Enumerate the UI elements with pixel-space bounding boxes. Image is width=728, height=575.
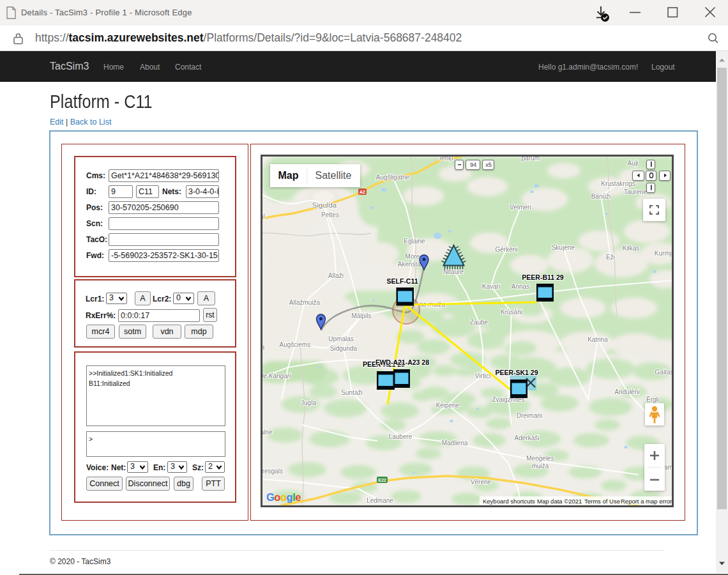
svg-text:A2: A2 (360, 190, 365, 194)
svg-text:Aderkaši: Aderkaši (515, 434, 540, 441)
svg-text:al: al (262, 213, 265, 220)
svg-text:Ledmane: Ledmane (367, 497, 393, 504)
svg-text:More: More (406, 253, 420, 260)
svg-text:Meņģeles: Meņģeles (526, 454, 554, 462)
svg-text:Bānūži: Bānūži (591, 193, 611, 200)
svg-text:Eži: Eži (606, 254, 615, 261)
svg-text:Augšligatne: Augšligatne (376, 174, 410, 181)
svg-text:Velmeri: Velmeri (510, 204, 531, 211)
svg-text:parum: parum (522, 157, 540, 162)
svg-text:Zaube: Zaube (470, 319, 489, 326)
svg-text:Allaži: Allaži (328, 272, 344, 279)
svg-text:Keipene: Keipene (436, 402, 460, 409)
svg-text:ža: ža (262, 344, 265, 351)
svg-text:PEER-B11 29: PEER-B11 29 (522, 273, 564, 281)
svg-text:Madliena: Madliena (442, 440, 468, 447)
svg-text:Jugla: Jugla (301, 399, 316, 406)
svg-text:Ērgli: Ērgli (646, 396, 659, 403)
svg-text:Augšciems: Augšciems (280, 341, 311, 348)
svg-text:Skujene: Skujene (552, 244, 575, 251)
svg-text:Auļi: Auļi (628, 160, 639, 167)
svg-text:Annas: Annas (512, 283, 529, 290)
svg-text:Upmalas: Upmalas (328, 335, 353, 342)
svg-text:Ieriķi: Ieriķi (439, 157, 453, 162)
svg-text:Vērene: Vērene (471, 479, 492, 486)
svg-text:Peltes: Peltes (321, 211, 339, 218)
svg-text:Sigulda: Sigulda (312, 201, 337, 209)
svg-text:E22: E22 (378, 478, 386, 482)
svg-text:94: 94 (469, 162, 476, 168)
svg-text:Krustakrogs: Krustakrogs (601, 180, 635, 187)
svg-text:PEER-SK1 29: PEER-SK1 29 (495, 369, 538, 376)
svg-text:Laubere: Laubere (389, 433, 413, 440)
svg-text:Gērkēni: Gērkēni (495, 246, 517, 253)
svg-text:hle Kangari: hle Kangari (262, 372, 291, 379)
svg-text:Virtici: Virtici (475, 372, 490, 379)
svg-text:SELF-C11: SELF-C11 (386, 277, 418, 285)
svg-text:Kurmji: Kurmji (655, 250, 672, 257)
svg-text:Andulēni: Andulēni (615, 388, 640, 395)
svg-text:Sidgunda: Sidgunda (330, 345, 358, 352)
svg-text:Kilkas: Kilkas (623, 245, 640, 252)
svg-text:Katrina: Katrina (588, 336, 608, 343)
svg-text:Taurene: Taurene (624, 188, 648, 195)
svg-text:Allažmuiža: Allažmuiža (289, 299, 321, 306)
svg-text:alne: alne (262, 429, 273, 436)
svg-text:x5: x5 (485, 162, 492, 168)
svg-text:Nitaure: Nitaure (443, 268, 464, 275)
svg-text:Dreimani: Dreimani (517, 412, 542, 419)
svg-text:Kavari: Kavari (482, 283, 500, 290)
svg-text:FWD-A21-A23 28: FWD-A21-A23 28 (375, 358, 429, 366)
svg-text:Eglaine: Eglaine (404, 238, 425, 245)
svg-text:Gaitas: Gaitas (655, 369, 672, 376)
svg-text:Suntaži: Suntaži (341, 389, 362, 396)
svg-text:muiža: muiža (532, 463, 549, 470)
svg-text:gresgals: gresgals (262, 468, 283, 475)
svg-text:Mālpils: Mālpils (351, 312, 371, 319)
svg-text:Krūsāni: Krūsāni (501, 309, 522, 316)
